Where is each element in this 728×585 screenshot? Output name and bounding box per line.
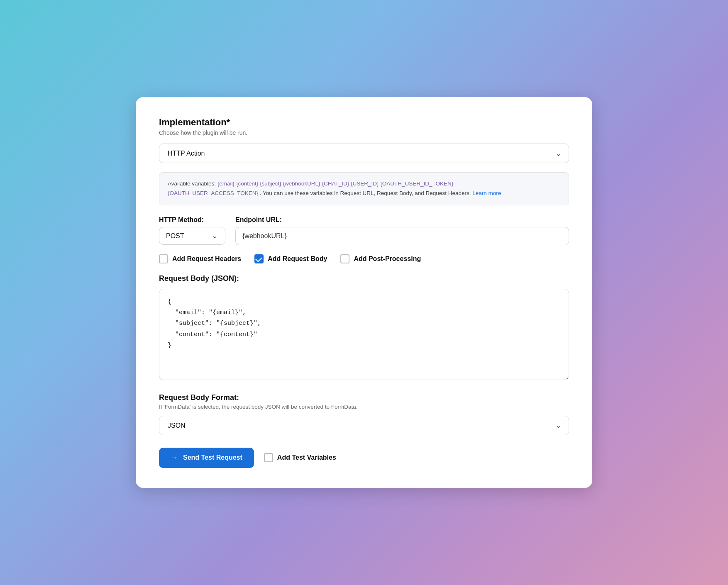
method-select[interactable]: POST GET PUT DELETE PATCH [159,227,225,245]
implementation-title: Implementation* [159,117,569,128]
add-test-variables-checkbox-box [264,453,273,462]
format-dropdown-wrapper: JSON FormData ⌄ [159,416,569,435]
method-label: HTTP Method: [159,216,225,224]
add-post-processing-checkbox-box [340,254,349,263]
request-body-title: Request Body (JSON): [159,274,569,283]
add-request-headers-label: Add Request Headers [172,255,241,263]
endpoint-url-input[interactable] [235,227,569,245]
add-request-body-checkbox-box [254,254,264,263]
checkboxes-row: Add Request Headers Add Request Body Add… [159,254,569,263]
add-request-body-label: Add Request Body [268,255,327,263]
var-tag-content: {content} [236,180,258,187]
url-group: Endpoint URL: [235,216,569,245]
send-test-button-label: Send Test Request [183,454,242,461]
variables-description: . You can use these variables in Request… [260,190,472,196]
url-label: Endpoint URL: [235,216,569,224]
method-group: HTTP Method: POST GET PUT DELETE PATCH ⌄ [159,216,225,245]
var-tag-webhookurl: {webhookURL} [283,180,320,187]
format-subtitle: If 'FormData' is selected, the request b… [159,404,569,410]
add-test-variables-checkbox[interactable]: Add Test Variables [264,453,336,462]
var-tag-email: {email} [217,180,235,187]
add-post-processing-checkbox[interactable]: Add Post-Processing [340,254,421,263]
add-request-headers-checkbox-box [159,254,168,263]
method-select-wrapper: POST GET PUT DELETE PATCH ⌄ [159,227,225,245]
arrow-right-icon: → [171,453,178,462]
implementation-subtitle: Choose how the plugin will be run. [159,129,569,136]
add-test-variables-label: Add Test Variables [277,454,336,461]
variables-box: Available variables: {email} {content} {… [159,172,569,205]
implementation-card: Implementation* Choose how the plugin wi… [136,97,592,488]
var-tag-chat-id: {CHAT_ID} [322,180,349,187]
var-tag-oauth-user-access-token: {OAUTH_USER_ACCESS_TOKEN} [168,190,258,196]
add-post-processing-label: Add Post-Processing [354,255,421,263]
request-body-textarea[interactable]: { "email": "{email}", "subject": "{subje… [159,289,569,380]
var-tag-user-id: {USER_ID} [351,180,379,187]
implementation-dropdown-wrapper: HTTP Action JavaScript Python ⌄ [159,144,569,163]
learn-more-link[interactable]: Learn more [472,190,501,196]
format-title: Request Body Format: [159,393,569,402]
implementation-dropdown[interactable]: HTTP Action JavaScript Python [159,144,569,163]
format-dropdown[interactable]: JSON FormData [159,416,569,435]
var-tag-subject: {subject} [260,180,281,187]
add-request-body-checkbox[interactable]: Add Request Body [254,254,327,263]
bottom-row: → Send Test Request Add Test Variables [159,448,569,468]
add-request-headers-checkbox[interactable]: Add Request Headers [159,254,241,263]
variables-label: Available variables: [168,180,216,187]
method-url-row: HTTP Method: POST GET PUT DELETE PATCH ⌄… [159,216,569,245]
send-test-request-button[interactable]: → Send Test Request [159,448,254,468]
var-tag-oauth-user-id-token: {OAUTH_USER_ID_TOKEN} [380,180,453,187]
